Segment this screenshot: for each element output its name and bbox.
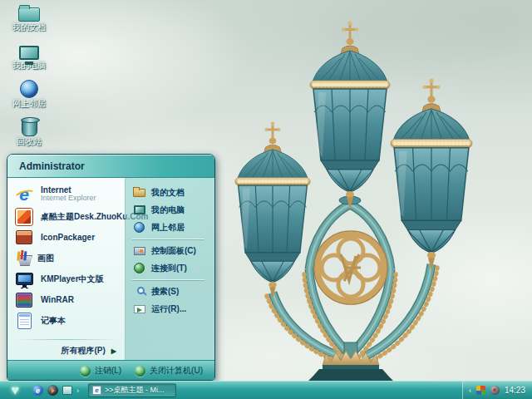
my-documents-icon <box>133 189 145 197</box>
menu-item-my-documents[interactable]: 我的文档 <box>132 184 214 201</box>
desktop-icon-label: 网上邻居 <box>12 100 46 108</box>
desktop-icon-network-places[interactable]: 网上邻居 <box>3 78 55 116</box>
start-menu-right-column: 我的文档 我的电脑 网上邻居 控制面板(C) 连接到(T) <box>126 178 214 360</box>
recycle-bin-icon <box>22 119 37 136</box>
user-name: Administrator <box>19 160 85 172</box>
menu-item-label: 控制面板(C) <box>151 245 196 257</box>
menu-item-subtitle: Internet Explorer <box>41 195 96 203</box>
menu-item-notepad[interactable]: 记事本 <box>7 310 125 331</box>
log-off-icon <box>80 366 91 377</box>
quick-launch-show-desktop-icon[interactable] <box>62 386 72 395</box>
menu-item-paint[interactable]: 画图 <box>7 248 125 268</box>
menu-item-connect-to[interactable]: 连接到(T) <box>132 259 214 277</box>
run-icon <box>134 305 145 313</box>
desktop-icon-list: 我的文档 我的电脑 网上邻居 回收站 <box>3 2 55 155</box>
divider <box>132 239 204 239</box>
system-tray: 14:23 <box>462 382 532 399</box>
menu-item-search[interactable]: 搜索(S) <box>132 283 214 300</box>
menu-item-run[interactable]: 运行(R)... <box>132 300 214 318</box>
quick-launch-media-player-icon[interactable] <box>47 385 58 396</box>
all-programs-button[interactable]: 所有程序(P) ▶ <box>7 342 125 360</box>
start-button-heart-icon[interactable] <box>0 382 30 399</box>
log-off-button[interactable]: 注销(L) <box>80 365 121 377</box>
internet-explorer-icon <box>14 184 34 204</box>
tray-collapse-chevron-icon[interactable] <box>469 387 471 395</box>
winrar-icon <box>16 293 32 308</box>
iconpackager-icon <box>16 230 32 244</box>
network-places-icon <box>134 222 145 233</box>
network-places-icon <box>20 80 38 98</box>
menu-item-network-places[interactable]: 网上邻居 <box>132 219 214 236</box>
menu-item-title: Internet <box>41 185 96 195</box>
menu-item-label: 搜索(S) <box>151 286 179 298</box>
start-menu-left-column: Internet Internet Explorer 桌酷主题Desk.Zhuo… <box>7 178 126 360</box>
gold-monogram-ring <box>314 231 387 304</box>
tray-theme-app-icon[interactable] <box>476 386 485 395</box>
menu-item-title: 记事本 <box>41 316 66 325</box>
menu-item-label: 我的文档 <box>151 187 185 199</box>
zhuoku-theme-icon <box>16 209 32 225</box>
menu-item-title: 画图 <box>37 254 54 263</box>
paint-icon <box>14 249 31 267</box>
taskbar-task-button[interactable]: >>桌酷主题 - Mi... <box>88 383 176 397</box>
menu-item-internet[interactable]: Internet Internet Explorer <box>7 181 125 206</box>
divider <box>14 339 118 340</box>
menu-item-label: 网上邻居 <box>151 222 185 234</box>
start-menu-header: Administrator <box>7 155 214 178</box>
quick-launch-expand-chevron-icon[interactable] <box>76 387 79 395</box>
menu-item-title: WinRAR <box>41 295 74 304</box>
all-programs-label: 所有程序(P) <box>62 345 106 357</box>
divider <box>132 279 204 280</box>
chevron-right-icon: ▶ <box>111 347 116 355</box>
start-menu-footer: 注销(L) 关闭计算机(U) <box>7 360 214 381</box>
control-panel-icon <box>134 247 145 255</box>
my-computer-icon <box>134 205 145 214</box>
connect-to-icon <box>134 263 145 273</box>
menu-item-iconpackager[interactable]: IconPackager <box>7 227 125 248</box>
shut-down-icon <box>135 366 145 377</box>
notepad-icon <box>17 313 32 329</box>
menu-item-winrar[interactable]: WinRAR <box>7 289 125 310</box>
kmplayer-icon <box>16 273 33 285</box>
menu-item-label: 运行(R)... <box>151 303 186 315</box>
search-icon <box>137 287 145 294</box>
task-window-icon <box>92 386 101 395</box>
menu-item-label: 我的电脑 <box>151 204 185 216</box>
tray-status-icon[interactable] <box>490 386 500 395</box>
menu-item-zhuoku-theme[interactable]: 桌酷主题Desk.ZhuoKu.Com <box>7 206 125 227</box>
taskbar: >>桌酷主题 - Mi... 14:23 <box>0 381 532 399</box>
desktop-icon-label: 我的文档 <box>12 23 46 32</box>
menu-item-label: 连接到(T) <box>151 263 187 274</box>
my-documents-icon <box>18 7 40 22</box>
menu-item-my-computer[interactable]: 我的电脑 <box>132 201 214 219</box>
menu-item-title: IconPackager <box>41 233 95 242</box>
my-computer-icon <box>19 46 39 60</box>
menu-item-kmplayer[interactable]: KMPlayer中文版 <box>7 268 125 289</box>
menu-item-title: KMPlayer中文版 <box>41 274 104 283</box>
start-menu: Administrator Internet Internet Explorer… <box>7 154 215 381</box>
shut-down-button[interactable]: 关闭计算机(U) <box>135 365 203 377</box>
desktop-icon-recycle-bin[interactable]: 回收站 <box>3 116 55 155</box>
desktop-screen: 我的文档 我的电脑 网上邻居 回收站 Administrator <box>0 0 532 399</box>
quick-launch-internet-explorer-icon[interactable] <box>32 385 43 396</box>
desktop-icon-my-computer[interactable]: 我的电脑 <box>3 40 55 78</box>
log-off-label: 注销(L) <box>95 365 121 377</box>
menu-item-control-panel[interactable]: 控制面板(C) <box>132 242 214 259</box>
quick-launch <box>30 385 81 396</box>
taskbar-clock[interactable]: 14:23 <box>505 386 525 395</box>
desktop-icon-my-documents[interactable]: 我的文档 <box>3 2 55 40</box>
task-button-label: >>桌酷主题 - Mi... <box>105 385 165 396</box>
shut-down-label: 关闭计算机(U) <box>150 365 203 377</box>
desktop-icon-label: 回收站 <box>17 138 42 146</box>
